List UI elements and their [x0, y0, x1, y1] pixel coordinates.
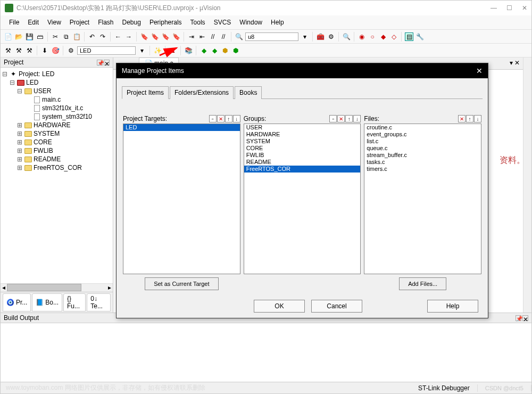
tab-project-items[interactable]: Project Items: [122, 86, 169, 99]
tree-target[interactable]: LED: [26, 79, 38, 86]
new-icon[interactable]: ▫: [209, 115, 217, 122]
project-targets-list[interactable]: LED: [123, 124, 240, 274]
tree-folder[interactable]: SYSTEM: [34, 130, 60, 137]
debug-stop-icon[interactable]: ○: [368, 32, 377, 41]
debug-over-icon[interactable]: ◇: [389, 32, 398, 41]
tab-project[interactable]: 🧿Pr...: [3, 293, 31, 311]
list-item[interactable]: timers.c: [364, 166, 481, 173]
tree-file[interactable]: stm32f10x_it.c: [42, 104, 83, 112]
groups-list[interactable]: USER HARDWARE SYSTEM CORE FWLIB README F…: [244, 124, 361, 274]
menu-help[interactable]: Help: [268, 18, 287, 27]
comment-icon[interactable]: //: [209, 32, 217, 41]
list-item[interactable]: list.c: [364, 138, 481, 145]
delete-icon[interactable]: ✕: [458, 115, 466, 122]
menu-tools[interactable]: Tools: [187, 18, 209, 27]
cancel-button[interactable]: Cancel: [311, 300, 362, 313]
list-item[interactable]: README: [244, 159, 361, 166]
list-item[interactable]: USER: [244, 124, 361, 131]
set-current-target-button[interactable]: Set as Current Target: [145, 277, 218, 290]
bookmark2-icon[interactable]: 🔖: [151, 32, 159, 41]
movedown-icon[interactable]: ↓: [474, 115, 481, 122]
delete-icon[interactable]: ✕: [337, 115, 345, 122]
bookmark3-icon[interactable]: 🔖: [161, 32, 170, 41]
download-icon[interactable]: ⬇: [40, 46, 49, 55]
open-icon[interactable]: 📂: [14, 32, 23, 41]
close-panel-icon[interactable]: ✕: [104, 60, 110, 65]
list-item[interactable]: SYSTEM: [244, 138, 361, 145]
tree-folder[interactable]: HARDWARE: [34, 121, 71, 129]
tab-books[interactable]: Books: [235, 86, 262, 99]
maximize-button[interactable]: ☐: [506, 4, 512, 12]
ok-button[interactable]: OK: [254, 300, 305, 313]
saveall-icon[interactable]: 🗃: [36, 32, 44, 41]
find-icon[interactable]: 🔍: [235, 32, 243, 41]
cut-icon[interactable]: ✂: [51, 32, 60, 41]
options-icon[interactable]: ⚙: [66, 46, 75, 55]
new-icon[interactable]: 📄: [4, 32, 12, 41]
chevron-down-icon[interactable]: ▾: [138, 46, 146, 55]
tree-root[interactable]: Project: LED: [19, 70, 54, 78]
list-item[interactable]: FWLIB: [244, 152, 361, 159]
moveup-icon[interactable]: ↑: [466, 115, 473, 122]
uncomment-icon[interactable]: //: [219, 32, 228, 41]
tree-file[interactable]: main.c: [42, 96, 61, 103]
menu-peripherals[interactable]: Peripherals: [146, 18, 185, 27]
redo-icon[interactable]: ↷: [98, 32, 107, 41]
list-item[interactable]: tasks.c: [364, 159, 481, 166]
find-combo[interactable]: u8: [245, 32, 298, 41]
menu-edit[interactable]: Edit: [24, 18, 42, 27]
outdent-icon[interactable]: ⇤: [198, 32, 206, 41]
undo-icon[interactable]: ↶: [88, 32, 96, 41]
moveup-icon[interactable]: ↑: [225, 115, 232, 122]
list-item[interactable]: stream_buffer.c: [364, 152, 481, 159]
tab-folders-extensions[interactable]: Folders/Extensions: [170, 86, 234, 99]
tool1-icon[interactable]: 🧰: [316, 32, 325, 41]
nav1-icon[interactable]: ◆: [200, 46, 208, 55]
close-button[interactable]: ✕: [522, 4, 527, 12]
tree-folder[interactable]: CORE: [34, 138, 52, 146]
build-output-text[interactable]: [1, 323, 531, 382]
tab-functions[interactable]: {} Fu...: [63, 293, 86, 311]
pin-icon[interactable]: 📌: [516, 315, 521, 321]
tree-folder-user[interactable]: USER: [34, 87, 51, 95]
nav-back-icon[interactable]: ←: [114, 32, 122, 41]
right-scrollbar[interactable]: [523, 58, 531, 313]
build-icon[interactable]: ⚒: [4, 46, 12, 55]
paste-icon[interactable]: 📋: [72, 32, 81, 41]
pin-icon[interactable]: 📌: [97, 60, 103, 65]
files-list[interactable]: croutine.c event_groups.c list.c queue.c…: [364, 124, 481, 274]
nav3-icon[interactable]: ⬢: [221, 46, 229, 55]
zoom-icon[interactable]: 🔍: [342, 32, 351, 41]
bookmark4-icon[interactable]: 🔖: [172, 32, 180, 41]
scrollbar-horizontal[interactable]: ◂▸: [1, 283, 113, 292]
wrench-icon[interactable]: 🔧: [415, 32, 424, 41]
menu-file[interactable]: File: [6, 18, 22, 27]
editor-dropdown[interactable]: ▾ ✕: [506, 58, 523, 69]
movedown-icon[interactable]: ↓: [233, 115, 240, 122]
menu-debug[interactable]: Debug: [119, 18, 144, 27]
moveup-icon[interactable]: ↑: [345, 115, 353, 122]
tree-folder[interactable]: FWLIB: [34, 147, 53, 154]
new-icon[interactable]: ▫: [329, 115, 337, 122]
movedown-icon[interactable]: ↓: [353, 115, 361, 122]
window-icon[interactable]: ▤: [405, 32, 413, 41]
nav-fwd-icon[interactable]: →: [124, 32, 133, 41]
save-icon[interactable]: 💾: [25, 32, 34, 41]
menu-svcs[interactable]: SVCS: [211, 18, 235, 27]
bookmark-icon[interactable]: 🔖: [140, 32, 148, 41]
list-item[interactable]: event_groups.c: [364, 131, 481, 138]
list-item[interactable]: croutine.c: [364, 124, 481, 131]
list-item[interactable]: LED: [123, 124, 240, 131]
tree-folder[interactable]: README: [34, 155, 61, 163]
list-item[interactable]: FreeRTOS_COR: [244, 166, 361, 173]
menu-project[interactable]: Project: [66, 18, 93, 27]
rebuild-icon[interactable]: ⚒: [14, 46, 23, 55]
list-item[interactable]: CORE: [244, 145, 361, 152]
tree-folder[interactable]: FreeRTOS_COR: [34, 164, 82, 171]
debug-run-icon[interactable]: ◉: [358, 32, 366, 41]
indent-icon[interactable]: ⇥: [187, 32, 196, 41]
opts-icon[interactable]: ✨: [153, 46, 162, 55]
nav2-icon[interactable]: ◆: [210, 46, 219, 55]
tree-file[interactable]: system_stm32f10: [42, 113, 92, 120]
tab-books[interactable]: 📘Bo...: [32, 293, 62, 311]
